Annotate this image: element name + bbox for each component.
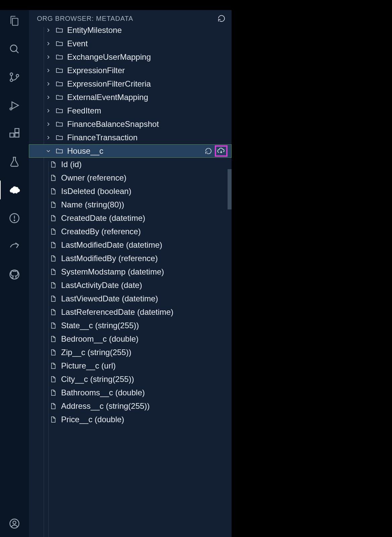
- tree-folder-house[interactable]: House__c: [29, 144, 232, 158]
- tree-field[interactable]: LastModifiedBy (reference): [29, 252, 232, 265]
- file-icon: [49, 255, 58, 262]
- tree-folder-expressionfilter[interactable]: ExpressionFilter: [29, 64, 232, 77]
- sidebar-header: ORG BROWSER: METADATA: [29, 10, 232, 27]
- accounts-icon[interactable]: [8, 517, 21, 530]
- svg-line-1: [16, 51, 18, 53]
- explorer-icon[interactable]: [8, 14, 21, 28]
- field-label: LastModifiedDate (datetime): [61, 240, 162, 250]
- file-icon: [49, 308, 58, 316]
- tree-folder-feeditem[interactable]: FeedItem: [29, 104, 232, 117]
- tree-folder-expressionfiltercriteria[interactable]: ExpressionFilterCriteria: [29, 77, 232, 91]
- field-label: Address__c (string(255)): [61, 401, 150, 411]
- scrollbar-thumb[interactable]: [228, 169, 232, 209]
- tree-field[interactable]: State__c (string(255)): [29, 319, 232, 332]
- folder-label: ExpressionFilter: [67, 66, 125, 75]
- folder-label: ExpressionFilterCriteria: [67, 79, 151, 89]
- svg-rect-8: [15, 129, 19, 133]
- tree-folder-event[interactable]: Event: [29, 37, 232, 50]
- tree-field[interactable]: CreatedDate (datetime): [29, 211, 232, 225]
- field-label: CreatedDate (datetime): [61, 213, 145, 223]
- file-icon: [49, 268, 58, 276]
- sidebar-panel: ORG BROWSER: METADATA EntityMilestone Ev…: [29, 10, 232, 537]
- chevron-right-icon: [45, 67, 52, 74]
- svg-point-5: [10, 108, 12, 110]
- field-label: LastViewedDate (datetime): [61, 294, 158, 303]
- tree-field[interactable]: LastModifiedDate (datetime): [29, 238, 232, 252]
- tree-field[interactable]: IsDeleted (boolean): [29, 185, 232, 198]
- folder-label: Event: [67, 39, 88, 48]
- github-icon[interactable]: [8, 268, 21, 281]
- tree-field[interactable]: City__c (string(255)): [29, 373, 232, 386]
- refresh-icon[interactable]: [204, 147, 213, 155]
- field-label: Id (id): [61, 160, 82, 169]
- field-label: State__c (string(255)): [61, 321, 139, 330]
- tree-folder-entitymilestone[interactable]: EntityMilestone: [29, 27, 232, 37]
- svg-rect-7: [15, 133, 19, 137]
- tree-field[interactable]: SystemModstamp (datetime): [29, 265, 232, 279]
- folder-label: FinanceBalanceSnapshot: [67, 119, 159, 129]
- field-label: Bathrooms__c (double): [61, 388, 145, 397]
- field-label: IsDeleted (boolean): [61, 187, 131, 196]
- file-icon: [49, 402, 58, 410]
- field-label: CreatedBy (reference): [61, 227, 141, 236]
- folder-icon: [55, 66, 64, 75]
- svg-rect-6: [10, 133, 14, 137]
- field-label: LastModifiedBy (reference): [61, 254, 158, 263]
- tree-field[interactable]: Address__c (string(255)): [29, 399, 232, 413]
- share-icon[interactable]: [8, 240, 21, 253]
- tree-folder-externaleventmapping[interactable]: ExternalEventMapping: [29, 91, 232, 104]
- chevron-right-icon: [45, 54, 52, 60]
- folder-icon: [55, 147, 64, 155]
- chevron-right-icon: [45, 94, 52, 100]
- tree-field[interactable]: Zip__c (string(255)): [29, 346, 232, 359]
- extensions-icon[interactable]: [8, 127, 21, 140]
- field-label: Owner (reference): [61, 173, 127, 183]
- file-icon: [49, 335, 58, 343]
- tree-folder-financebalancesnapshot[interactable]: FinanceBalanceSnapshot: [29, 117, 232, 131]
- tree-field[interactable]: LastActivityDate (date): [29, 279, 232, 292]
- tree-folder-financetransaction[interactable]: FinanceTransaction: [29, 131, 232, 144]
- tree-field[interactable]: Bathrooms__c (double): [29, 386, 232, 399]
- search-icon[interactable]: [8, 42, 21, 56]
- file-icon: [49, 282, 58, 289]
- file-icon: [49, 416, 58, 423]
- file-icon: [49, 376, 58, 383]
- folder-label: ExchangeUserMapping: [67, 52, 151, 62]
- tree-field[interactable]: LastViewedDate (datetime): [29, 292, 232, 305]
- tree-folder-exchangeusermapping[interactable]: ExchangeUserMapping: [29, 50, 232, 64]
- salesforce-icon[interactable]: [8, 183, 21, 197]
- tree-field[interactable]: Picture__c (url): [29, 359, 232, 373]
- svg-point-4: [16, 75, 19, 77]
- tree-field[interactable]: LastReferencedDate (datetime): [29, 305, 232, 319]
- tree-field[interactable]: Bedroom__c (double): [29, 332, 232, 346]
- folder-label: FinanceTransaction: [67, 133, 138, 142]
- chevron-right-icon: [45, 121, 52, 127]
- refresh-icon[interactable]: [217, 14, 226, 22]
- source-control-icon[interactable]: [8, 70, 21, 84]
- tree-field[interactable]: Price__c (double): [29, 413, 232, 426]
- issues-icon[interactable]: [8, 211, 21, 225]
- tree-field[interactable]: Name (string(80)): [29, 198, 232, 211]
- file-icon: [49, 214, 58, 222]
- folder-icon: [55, 27, 64, 34]
- tree-field[interactable]: Owner (reference): [29, 171, 232, 185]
- file-icon: [49, 241, 58, 249]
- run-debug-icon[interactable]: [8, 99, 21, 112]
- tree-field[interactable]: Id (id): [29, 158, 232, 171]
- file-icon: [49, 295, 58, 302]
- field-label: LastReferencedDate (datetime): [61, 307, 174, 317]
- tree-field[interactable]: CreatedBy (reference): [29, 225, 232, 238]
- testing-icon[interactable]: [8, 155, 21, 168]
- app-root: ORG BROWSER: METADATA EntityMilestone Ev…: [0, 0, 392, 537]
- field-label: LastActivityDate (date): [61, 281, 142, 290]
- field-label: Price__c (double): [61, 415, 124, 424]
- cloud-download-icon[interactable]: [215, 145, 228, 157]
- file-icon: [49, 389, 58, 396]
- file-icon: [49, 201, 58, 208]
- folder-icon: [55, 120, 64, 128]
- folder-label: House__c: [67, 146, 103, 156]
- chevron-right-icon: [45, 41, 52, 47]
- activity-bar: [0, 10, 29, 537]
- folder-icon: [55, 53, 64, 61]
- file-icon: [49, 322, 58, 329]
